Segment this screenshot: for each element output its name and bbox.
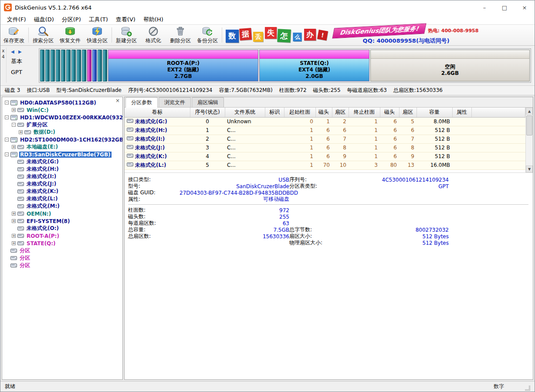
menu-item-help[interactable]: 帮助(H) xyxy=(139,14,167,25)
backup-partition-button[interactable]: 备份分区 xyxy=(194,25,221,45)
maximize-button[interactable]: □ xyxy=(494,0,515,14)
tree-item[interactable]: +数据(D:) xyxy=(2,128,122,136)
partition-sliver[interactable] xyxy=(66,50,71,81)
tree-item[interactable]: 分区 xyxy=(2,247,122,254)
scrollbar-track[interactable] xyxy=(526,115,533,166)
tree-item[interactable]: +EFI-SYSTEM(8) xyxy=(2,217,122,225)
table-row[interactable]: 未格式化(L:)5C...170103801316.0MB xyxy=(125,161,525,169)
format-button[interactable]: 格式化 xyxy=(140,25,167,45)
tree-item[interactable]: +STATE(Q:) xyxy=(2,240,122,247)
quick-partition-button[interactable]: 快速分区 xyxy=(84,25,111,45)
tree-item[interactable]: 未格式化(L:) xyxy=(2,195,122,203)
tree-item[interactable]: 分区 xyxy=(2,262,122,269)
partition-sliver[interactable] xyxy=(56,50,60,81)
partition-sliver[interactable] xyxy=(77,50,81,81)
tree-item[interactable]: +本地磁盘(E:) xyxy=(2,143,122,151)
column-header[interactable]: 属性 xyxy=(452,108,471,117)
tree-item[interactable]: 未格式化(M:) xyxy=(2,203,122,210)
tree-item[interactable]: -RD3:SanDiskCruzerBlade(7GB) xyxy=(2,151,122,158)
tab-sector-edit[interactable]: 扇区编辑 xyxy=(192,97,224,107)
tree-item[interactable]: -HD2:ST1000DM003-1CH162(932GB) xyxy=(2,136,122,143)
table-row[interactable]: 未格式化(I:)2C...167167512 B xyxy=(125,135,525,143)
scroll-up-icon[interactable]: ▲ xyxy=(526,108,533,115)
new-partition-button[interactable]: 新建分区 xyxy=(113,25,140,45)
tree-item[interactable]: +OEM(N:) xyxy=(2,210,122,217)
tree-item[interactable]: -HD1:WDCWD10EZEX-00RKKA0(932GB) xyxy=(2,114,122,121)
table-row[interactable]: 未格式化(G:)0Unknown0121658.0MB xyxy=(125,117,525,126)
table-row[interactable]: 未格式化(J:)3C...168168512 B xyxy=(125,143,525,152)
table-row[interactable]: 未格式化(K:)4C...169169512 B xyxy=(125,152,525,161)
expander-plus-icon[interactable]: + xyxy=(12,108,16,112)
partition-block-free-space[interactable]: 空闲2.6GB xyxy=(370,50,530,81)
column-header[interactable]: 容量 xyxy=(416,108,452,117)
partition-sliver[interactable] xyxy=(40,50,44,81)
tree-item[interactable]: 未格式化(J:) xyxy=(2,180,122,188)
partition-sliver[interactable] xyxy=(51,50,55,81)
partition-sliver[interactable] xyxy=(45,50,50,81)
partition-sliver[interactable] xyxy=(87,50,91,81)
column-header[interactable]: 卷标 xyxy=(125,108,190,117)
column-header[interactable]: 扇区 xyxy=(399,108,416,117)
expander-minus-icon[interactable]: - xyxy=(5,101,9,105)
tree-item[interactable]: +ROOT-A(P:) xyxy=(2,232,122,240)
tree-panel-close-button[interactable]: × xyxy=(114,98,121,104)
menu-item-disk[interactable]: 磁盘(D) xyxy=(30,14,58,25)
expander-minus-icon[interactable]: - xyxy=(5,138,9,142)
column-header[interactable]: 磁头 xyxy=(315,108,332,117)
menu-item-view[interactable]: 查看(V) xyxy=(112,14,139,25)
expander-minus-icon[interactable]: - xyxy=(5,115,9,119)
column-header[interactable]: 磁头 xyxy=(380,108,399,117)
tree-item[interactable]: 未格式化(H:) xyxy=(2,166,122,173)
scroll-down-icon[interactable]: ▼ xyxy=(526,166,533,172)
scroll-left-icon[interactable]: ◀ xyxy=(11,49,16,54)
panel-close-button[interactable]: x xyxy=(2,48,5,53)
column-header[interactable]: 起始柱面 xyxy=(284,108,315,117)
save-changes-button[interactable]: 保存更改 xyxy=(0,25,27,45)
menu-item-tools[interactable]: 工具(T) xyxy=(85,14,112,25)
partition-sliver[interactable] xyxy=(82,50,86,81)
scrollbar-thumb[interactable] xyxy=(526,115,532,135)
tree-item[interactable]: -HD0:ADATASP580(112GB) xyxy=(2,99,122,106)
menu-item-file[interactable]: 文件(F) xyxy=(3,14,30,25)
expander-minus-icon[interactable]: - xyxy=(5,152,9,156)
tree-item[interactable]: 未格式化(G:) xyxy=(2,158,122,166)
tree-item[interactable]: 未格式化(O:) xyxy=(2,225,122,232)
partition-sliver[interactable] xyxy=(92,50,97,81)
scroll-right-icon[interactable]: ▶ xyxy=(18,49,23,54)
minimize-button[interactable]: – xyxy=(474,0,494,14)
partition-sliver[interactable] xyxy=(71,50,76,81)
tab-partition-params[interactable]: 分区参数 xyxy=(125,97,158,108)
column-header[interactable]: 文件系统 xyxy=(225,108,265,117)
partition-sliver[interactable] xyxy=(98,50,102,81)
expander-plus-icon[interactable]: + xyxy=(19,130,23,134)
expander-plus-icon[interactable]: + xyxy=(12,219,16,223)
column-header[interactable]: 序号(状态) xyxy=(190,108,225,117)
tree-item[interactable]: 分区 xyxy=(2,254,122,262)
delete-partition-button[interactable]: 删除分区 xyxy=(167,25,194,45)
menu-item-partition[interactable]: 分区(P) xyxy=(58,14,85,25)
expander-plus-icon[interactable]: + xyxy=(12,212,16,216)
recover-files-button[interactable]: 恢复文件 xyxy=(57,25,84,45)
search-partition-button[interactable]: 搜索分区 xyxy=(30,25,57,45)
tree-item[interactable]: 未格式化(I:) xyxy=(2,173,122,180)
promo-banner[interactable]: 数据丢失怎么办! DiskGenius团队为您服务! 热电: 400-008-9… xyxy=(226,25,478,45)
tree-item[interactable]: 未格式化(K:) xyxy=(2,188,122,195)
expander-plus-icon[interactable]: + xyxy=(12,241,16,245)
partition-sliver[interactable] xyxy=(61,50,65,81)
expander-plus-icon[interactable]: + xyxy=(12,234,16,238)
column-header[interactable]: 终止柱面 xyxy=(349,108,380,117)
partition-block-root-a[interactable]: ROOT-A(P:)EXT2 (隐藏)2.7GB xyxy=(108,50,258,81)
expander-minus-icon[interactable]: - xyxy=(12,123,16,127)
partition-sliver[interactable] xyxy=(103,50,107,81)
close-button[interactable]: × xyxy=(515,0,535,14)
partition-block-state[interactable]: STATE(Q:)EXT4 (隐藏)2.0GB xyxy=(259,50,369,81)
column-header[interactable]: 标识 xyxy=(265,108,284,117)
resize-grip[interactable] xyxy=(525,385,530,391)
tab-browse-files[interactable]: 浏览文件 xyxy=(159,97,191,107)
tree-item[interactable]: -扩展分区 xyxy=(2,121,122,128)
table-row[interactable]: 未格式化(H:)1C...166166512 B xyxy=(125,126,525,135)
expander-plus-icon[interactable]: + xyxy=(12,145,16,149)
table-scrollbar[interactable]: ▲ ▼ xyxy=(525,108,533,172)
tree-item[interactable]: +Win(C:) xyxy=(2,106,122,114)
column-header[interactable]: 扇区 xyxy=(332,108,349,117)
